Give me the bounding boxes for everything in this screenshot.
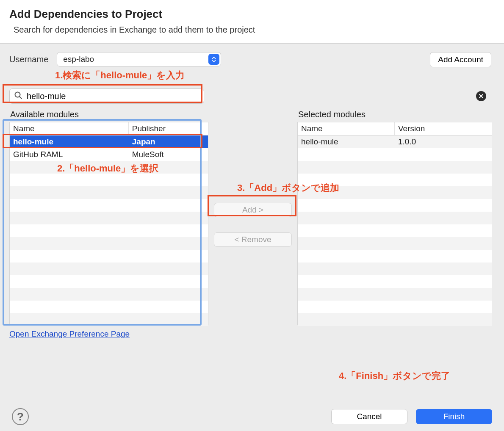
table-row[interactable] [298,161,492,174]
close-icon [479,94,484,99]
search-icon [14,91,22,102]
annotation-4: 4.「Finish」ボタンで完了 [339,370,450,382]
search-field[interactable] [9,88,204,104]
available-col-name[interactable]: Name [10,122,129,135]
svg-point-0 [15,92,20,97]
table-row[interactable] [10,186,208,199]
available-modules-section: Available modules Name Publisher hello-m… [9,110,208,339]
table-row[interactable]: GitHub RAMLMuleSoft [10,148,208,161]
available-modules-table[interactable]: Name Publisher hello-muleJapanGitHub RAM… [9,122,208,325]
available-col-publisher[interactable]: Publisher [129,122,208,135]
finish-button[interactable]: Finish [416,409,492,424]
table-row[interactable] [298,237,492,250]
username-label: Username [9,55,48,64]
table-row[interactable] [298,250,492,262]
table-row[interactable] [10,250,208,262]
table-row[interactable] [298,301,492,313]
table-row[interactable] [298,288,492,301]
table-row[interactable] [298,212,492,224]
cell-name: hello-mule [298,136,395,147]
table-row[interactable] [10,161,208,174]
cell-publisher: MuleSoft [129,149,208,160]
selected-modules-section: Selected modules Name Version hello-mule… [297,110,492,325]
available-modules-label: Available modules [9,110,208,119]
dialog-content: Username esp-labo Add Account 1.検索に「hell… [0,44,504,339]
table-row[interactable] [10,224,208,237]
dialog-title: Add Dependencies to Project [9,8,495,21]
svg-line-1 [20,97,22,99]
table-row[interactable] [298,148,492,161]
center-buttons: Add > < Remove [208,110,297,247]
help-icon: ? [17,410,24,423]
cancel-button[interactable]: Cancel [331,409,407,424]
table-row[interactable] [10,262,208,275]
table-row[interactable] [10,301,208,313]
search-row [9,88,495,104]
table-row[interactable] [10,288,208,301]
add-account-button[interactable]: Add Account [430,52,491,67]
username-value: esp-labo [63,55,94,64]
table-row[interactable] [10,237,208,250]
table-row[interactable] [298,174,492,186]
table-row[interactable] [298,262,492,275]
table-row[interactable] [298,224,492,237]
table-row[interactable] [10,275,208,288]
selected-modules-table[interactable]: Name Version hello-mule1.0.0 [297,122,492,325]
dialog-subtitle: Search for dependencies in Exchange to a… [9,25,495,35]
username-row: Username esp-labo [9,52,495,66]
dialog-header: Add Dependencies to Project Search for d… [0,0,504,44]
table-row[interactable] [298,199,492,212]
search-input[interactable] [27,91,188,101]
table-row[interactable] [10,199,208,212]
cell-name: hello-mule [10,136,129,147]
selected-col-version[interactable]: Version [395,122,492,135]
annotation-1: 1.検索に「hello-mule」を入力 [55,69,185,82]
clear-search-button[interactable] [476,91,486,101]
cell-version: 1.0.0 [395,136,492,147]
help-button[interactable]: ? [12,408,29,425]
dialog-footer: ? Cancel Finish [0,402,504,431]
table-row[interactable] [10,174,208,186]
table-row[interactable]: hello-mule1.0.0 [298,135,492,148]
open-exchange-preference-link[interactable]: Open Exchange Preference Page [9,329,130,339]
chevron-updown-icon [208,54,219,65]
table-row[interactable] [10,212,208,224]
table-row[interactable] [298,313,492,326]
cell-publisher: Japan [129,136,208,147]
table-row[interactable]: hello-muleJapan [10,135,208,148]
remove-button[interactable]: < Remove [214,232,292,247]
selected-col-name[interactable]: Name [298,122,395,135]
table-row[interactable] [298,275,492,288]
table-row[interactable] [10,313,208,326]
cell-name: GitHub RAML [10,149,129,160]
table-row[interactable] [298,186,492,199]
add-button[interactable]: Add > [214,203,292,217]
username-select[interactable]: esp-labo [57,52,221,66]
selected-modules-label: Selected modules [297,110,492,119]
